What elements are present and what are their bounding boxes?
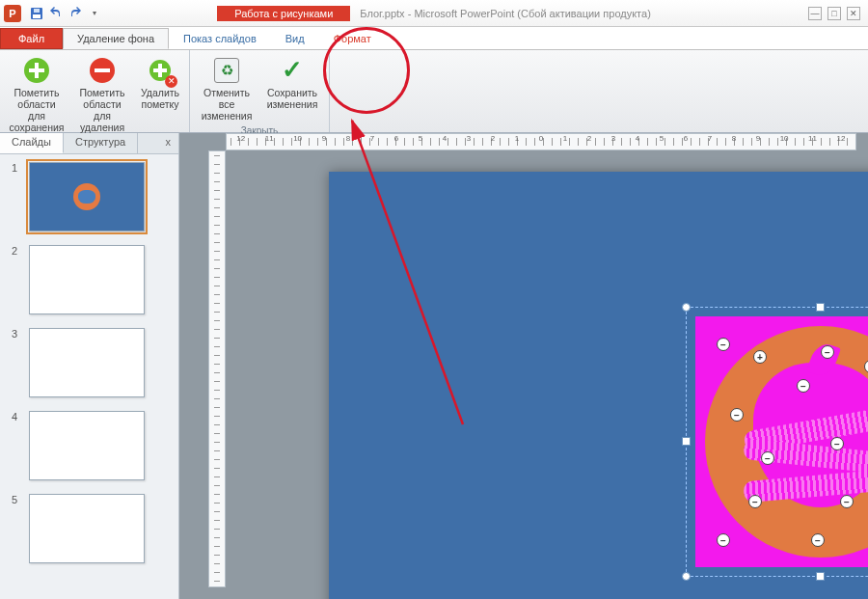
keep-marker-icon[interactable]: + xyxy=(753,350,767,364)
slide-thumbnail-2[interactable] xyxy=(29,245,145,314)
group-close: ♻ Отменить все изменения ✓ Сохранить изм… xyxy=(190,50,330,132)
remove-marker-icon[interactable]: − xyxy=(730,408,744,422)
workspace: Слайды Структура x 1 2 3 4 5 12111098765… xyxy=(0,133,868,599)
mark-remove-button[interactable]: Пометить области для удаления xyxy=(71,54,133,135)
remove-marker-icon[interactable]: − xyxy=(797,379,810,393)
slide-thumbnail-4[interactable] xyxy=(29,411,145,480)
plus-icon xyxy=(22,56,51,85)
slide-thumbnails: 1 2 3 4 5 xyxy=(0,154,178,585)
qat-dropdown-icon[interactable]: ▾ xyxy=(87,6,102,21)
window-controls: — □ ✕ xyxy=(808,7,868,20)
app-icon: P xyxy=(4,5,21,22)
slides-panel: Слайды Структура x 1 2 3 4 5 xyxy=(0,133,179,599)
slide-thumbnail-1[interactable] xyxy=(29,162,145,231)
remove-marker-icon[interactable]: − xyxy=(821,345,834,359)
tab-view[interactable]: Вид xyxy=(271,28,319,49)
discard-changes-button[interactable]: ♻ Отменить все изменения xyxy=(196,54,258,123)
svg-rect-2 xyxy=(34,9,40,13)
thumb-number: 2 xyxy=(12,245,21,257)
thumb-shape-icon xyxy=(73,183,100,210)
slide-thumbnail-5[interactable] xyxy=(29,494,145,563)
resize-handle-nw[interactable] xyxy=(682,303,691,312)
slide-canvas[interactable]: − + − + − − − − − − + − − − − − xyxy=(329,172,868,599)
slide-editor: 1211109876543210123456789101112 xyxy=(179,133,868,599)
thumb-number: 1 xyxy=(12,162,21,174)
slide-thumbnail-3[interactable] xyxy=(29,328,145,397)
mark-keep-button[interactable]: Пометить области для сохранения xyxy=(6,54,68,135)
svg-rect-1 xyxy=(33,14,41,18)
thumb-number: 4 xyxy=(12,411,21,422)
save-icon[interactable] xyxy=(29,6,44,21)
minus-icon xyxy=(88,56,117,85)
keep-marker-icon[interactable]: − xyxy=(717,338,730,351)
thumb-number: 3 xyxy=(12,328,21,340)
discard-icon: ♻ xyxy=(212,56,241,85)
panel-tab-slides[interactable]: Слайды xyxy=(0,133,64,153)
close-button[interactable]: ✕ xyxy=(847,7,860,20)
remove-marker-icon[interactable]: − xyxy=(840,495,854,508)
undo-icon[interactable] xyxy=(48,6,64,21)
contextual-tab-label: Работа с рисунками xyxy=(217,6,350,21)
picture-object[interactable]: − + − + − − − − − − + − − − − − xyxy=(695,316,868,567)
tab-background-removal[interactable]: Удаление фона xyxy=(63,28,169,49)
resize-handle-w[interactable] xyxy=(682,437,691,446)
quick-access-toolbar: ▾ xyxy=(29,6,102,21)
thumb-number: 5 xyxy=(12,494,21,505)
remove-marker-icon[interactable]: − xyxy=(830,437,844,450)
resize-handle-n[interactable] xyxy=(816,303,825,312)
remove-marker-icon[interactable]: − xyxy=(811,533,825,547)
delete-mark-button[interactable]: ✕ Удалить пометку xyxy=(137,54,183,135)
keep-changes-button[interactable]: ✓ Сохранить изменения xyxy=(261,54,323,123)
ribbon-tabs: Файл Удаление фона Показ слайдов Вид Фор… xyxy=(0,27,868,50)
redo-icon[interactable] xyxy=(68,6,83,21)
tab-slideshow[interactable]: Показ слайдов xyxy=(169,28,271,49)
delete-mark-icon: ✕ xyxy=(146,56,175,85)
remove-marker-icon[interactable]: − xyxy=(761,451,774,465)
remove-marker-icon[interactable]: − xyxy=(717,533,730,547)
resize-handle-s[interactable] xyxy=(816,572,825,581)
minimize-button[interactable]: — xyxy=(808,7,822,20)
checkmark-icon: ✓ xyxy=(278,56,307,85)
title-bar: P ▾ Работа с рисунками Блог.pptx - Micro… xyxy=(0,0,868,27)
group-refine: Пометить области для сохранения Пометить… xyxy=(0,50,190,132)
document-title: Блог.pptx - Microsoft PowerPoint (Сбой а… xyxy=(360,6,650,21)
maximize-button[interactable]: □ xyxy=(827,7,841,20)
ribbon: Пометить области для сохранения Пометить… xyxy=(0,50,868,133)
remove-marker-icon[interactable]: − xyxy=(748,495,762,508)
resize-handle-sw[interactable] xyxy=(682,572,691,581)
vertical-ruler[interactable] xyxy=(208,150,226,587)
tab-file[interactable]: Файл xyxy=(0,28,63,49)
panel-close-button[interactable]: x xyxy=(158,133,179,153)
horizontal-ruler[interactable]: 1211109876543210123456789101112 xyxy=(226,133,856,150)
ruler-labels: 1211109876543210123456789101112 xyxy=(227,134,855,150)
tab-format[interactable]: Формат xyxy=(319,28,386,49)
panel-tab-outline[interactable]: Структура xyxy=(64,133,138,153)
